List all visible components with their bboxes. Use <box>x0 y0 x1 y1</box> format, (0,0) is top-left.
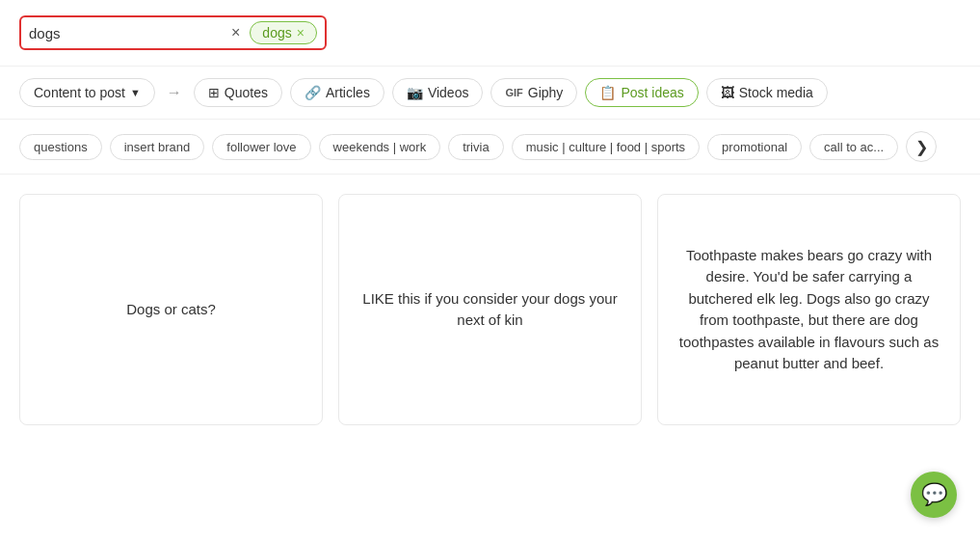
search-tag-close-button[interactable]: × <box>297 26 305 40</box>
chevron-down-icon: ▼ <box>130 87 141 98</box>
filter-promotional[interactable]: promotional <box>707 134 802 160</box>
card-1-text: Dogs or cats? <box>126 299 216 321</box>
search-clear-button[interactable]: × <box>229 25 242 41</box>
card-2[interactable]: LIKE this if you consider your dogs your… <box>338 194 642 425</box>
card-3[interactable]: Toothpaste makes bears go crazy with des… <box>657 194 961 425</box>
articles-label: Articles <box>326 85 370 100</box>
arrow-icon: → <box>167 84 182 101</box>
post-ideas-icon: 📋 <box>599 85 616 100</box>
quotes-button[interactable]: ⊞ Quotes <box>194 78 282 107</box>
content-to-post-button[interactable]: Content to post ▼ <box>19 78 155 107</box>
videos-button[interactable]: 📷 Videos <box>392 78 484 107</box>
filter-music-culture[interactable]: music | culture | food | sports <box>512 134 700 160</box>
filter-questions[interactable]: questions <box>19 134 102 160</box>
videos-label: Videos <box>428 85 469 100</box>
videos-icon: 📷 <box>407 85 423 100</box>
search-tag-label: dogs <box>262 25 291 41</box>
filter-trivia[interactable]: trivia <box>448 134 503 160</box>
content-to-post-label: Content to post <box>34 85 125 100</box>
cards-area: Dogs or cats? LIKE this if you consider … <box>0 175 980 445</box>
articles-button[interactable]: 🔗 Articles <box>290 78 384 107</box>
card-1[interactable]: Dogs or cats? <box>19 194 323 425</box>
chevron-right-icon: ❯ <box>915 138 928 156</box>
post-ideas-label: Post ideas <box>621 85 683 100</box>
stock-media-icon: 🖼 <box>721 85 734 100</box>
filter-insert-brand[interactable]: insert brand <box>110 134 205 160</box>
giphy-icon: GIF <box>505 87 522 98</box>
search-area: × dogs × <box>0 0 980 67</box>
filter-follower-love[interactable]: follower love <box>212 134 310 160</box>
quotes-label: Quotes <box>225 85 268 100</box>
search-tag: dogs × <box>250 21 317 44</box>
filter-bar: questions insert brand follower love wee… <box>0 120 980 175</box>
filter-next-button[interactable]: ❯ <box>906 131 937 162</box>
stock-media-label: Stock media <box>739 85 813 100</box>
articles-icon: 🔗 <box>305 85 321 100</box>
stock-media-button[interactable]: 🖼 Stock media <box>706 78 828 107</box>
filter-call-to-action[interactable]: call to ac... <box>809 134 898 160</box>
filter-weekends-work[interactable]: weekends | work <box>319 134 441 160</box>
card-2-text: LIKE this if you consider your dogs your… <box>358 288 622 332</box>
toolbar: Content to post ▼ → ⊞ Quotes 🔗 Articles … <box>0 67 980 120</box>
search-box: × dogs × <box>19 15 327 50</box>
quotes-icon: ⊞ <box>208 85 220 100</box>
post-ideas-button[interactable]: 📋 Post ideas <box>585 78 698 107</box>
giphy-label: Giphy <box>528 85 564 100</box>
card-3-text: Toothpaste makes bears go crazy with des… <box>677 245 940 375</box>
search-input[interactable] <box>29 25 222 41</box>
giphy-button[interactable]: GIF Giphy <box>490 78 577 107</box>
